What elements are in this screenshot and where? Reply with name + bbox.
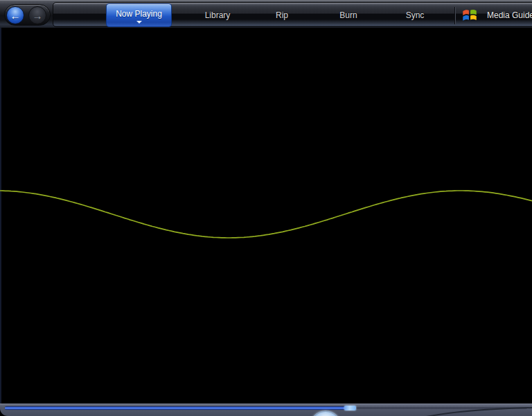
- playback-controls-bar: [0, 404, 532, 416]
- back-button[interactable]: ←: [6, 6, 24, 24]
- chevron-down-icon[interactable]: [136, 21, 142, 24]
- tab-sync[interactable]: Sync: [406, 3, 425, 28]
- nav-buttons: ← →: [4, 4, 51, 26]
- tab-rip[interactable]: Rip: [276, 3, 288, 28]
- tab-now-playing-label: Now Playing: [107, 9, 171, 19]
- seek-bar[interactable]: [5, 406, 527, 410]
- seek-progress-fill: [5, 406, 344, 410]
- windows-logo-icon: [461, 6, 479, 24]
- top-navigation-bar: Now Playing Library Rip Burn Sync Media …: [0, 0, 532, 28]
- tab-now-playing[interactable]: Now Playing: [106, 3, 172, 27]
- media-guide-label: Media Guide: [487, 10, 532, 20]
- back-icon: ←: [10, 10, 21, 21]
- forward-icon: →: [33, 10, 43, 21]
- seek-thumb[interactable]: [344, 406, 356, 410]
- tab-library[interactable]: Library: [205, 3, 231, 28]
- scope-waveform: [0, 28, 532, 404]
- tab-strip: Now Playing Library Rip Burn Sync Media …: [53, 2, 532, 27]
- play-button[interactable]: [310, 410, 342, 416]
- tab-separator: [454, 7, 455, 24]
- media-player-window: Now Playing Library Rip Burn Sync Media …: [0, 0, 532, 416]
- tab-media-guide[interactable]: Media Guide: [461, 3, 532, 28]
- visualization-area: [0, 28, 532, 404]
- forward-button[interactable]: →: [28, 6, 46, 24]
- tab-burn[interactable]: Burn: [339, 3, 357, 28]
